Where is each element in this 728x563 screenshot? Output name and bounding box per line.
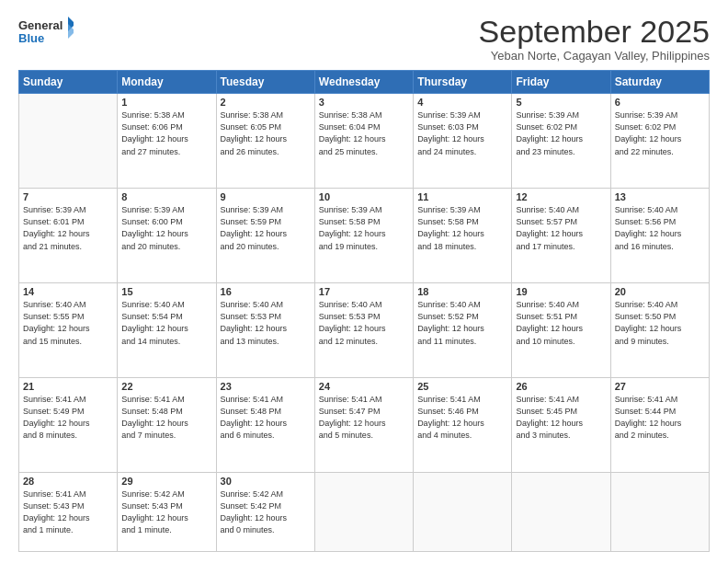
day-info: Sunrise: 5:39 AMSunset: 5:58 PMDaylight:… xyxy=(319,205,386,250)
table-row: 6Sunrise: 5:39 AMSunset: 6:02 PMDaylight… xyxy=(610,94,709,189)
month-title: September 2025 xyxy=(479,15,710,49)
day-info: Sunrise: 5:41 AMSunset: 5:45 PMDaylight:… xyxy=(516,395,583,440)
table-row: 1Sunrise: 5:38 AMSunset: 6:06 PMDaylight… xyxy=(118,94,216,189)
header-saturday: Saturday xyxy=(610,71,709,94)
day-info: Sunrise: 5:41 AMSunset: 5:46 PMDaylight:… xyxy=(417,395,484,440)
table-row: 30Sunrise: 5:42 AMSunset: 5:42 PMDayligh… xyxy=(216,473,314,552)
day-number: 23 xyxy=(221,381,311,392)
day-info: Sunrise: 5:39 AMSunset: 6:03 PMDaylight:… xyxy=(417,110,484,155)
table-row xyxy=(610,473,709,552)
header-friday: Friday xyxy=(512,71,610,94)
table-row: 17Sunrise: 5:40 AMSunset: 5:53 PMDayligh… xyxy=(314,283,413,378)
title-block: September 2025 Yeban Norte, Cagayan Vall… xyxy=(479,15,710,63)
table-row: 12Sunrise: 5:40 AMSunset: 5:57 PMDayligh… xyxy=(512,189,610,283)
weekday-header-row: Sunday Monday Tuesday Wednesday Thursday… xyxy=(19,71,710,94)
day-info: Sunrise: 5:42 AMSunset: 5:42 PMDaylight:… xyxy=(221,489,288,534)
day-number: 17 xyxy=(319,286,409,297)
table-row: 7Sunrise: 5:39 AMSunset: 6:01 PMDaylight… xyxy=(19,189,118,283)
day-info: Sunrise: 5:39 AMSunset: 6:01 PMDaylight:… xyxy=(23,205,90,250)
day-number: 5 xyxy=(516,97,606,108)
day-info: Sunrise: 5:41 AMSunset: 5:48 PMDaylight:… xyxy=(121,395,188,440)
table-row: 26Sunrise: 5:41 AMSunset: 5:45 PMDayligh… xyxy=(512,378,610,473)
day-number: 26 xyxy=(516,381,606,392)
table-row: 15Sunrise: 5:40 AMSunset: 5:54 PMDayligh… xyxy=(118,283,216,378)
day-number: 10 xyxy=(319,191,409,202)
table-row: 28Sunrise: 5:41 AMSunset: 5:43 PMDayligh… xyxy=(19,473,118,552)
header-sunday: Sunday xyxy=(19,71,118,94)
table-row: 24Sunrise: 5:41 AMSunset: 5:47 PMDayligh… xyxy=(314,378,413,473)
table-row: 20Sunrise: 5:40 AMSunset: 5:50 PMDayligh… xyxy=(610,283,709,378)
table-row: 3Sunrise: 5:38 AMSunset: 6:04 PMDaylight… xyxy=(314,94,413,189)
day-number: 6 xyxy=(615,97,705,108)
day-number: 11 xyxy=(417,191,507,202)
day-number: 1 xyxy=(121,97,211,108)
day-number: 25 xyxy=(417,381,507,392)
day-number: 15 xyxy=(121,286,211,297)
day-number: 24 xyxy=(319,381,409,392)
table-row: 5Sunrise: 5:39 AMSunset: 6:02 PMDaylight… xyxy=(512,94,610,189)
day-number: 13 xyxy=(615,191,705,202)
table-row: 21Sunrise: 5:41 AMSunset: 5:49 PMDayligh… xyxy=(19,378,118,473)
day-number: 30 xyxy=(221,476,311,487)
table-row xyxy=(414,473,512,552)
subtitle: Yeban Norte, Cagayan Valley, Philippines xyxy=(479,49,710,63)
day-info: Sunrise: 5:39 AMSunset: 5:58 PMDaylight:… xyxy=(417,205,484,250)
day-number: 12 xyxy=(516,191,606,202)
table-row: 2Sunrise: 5:38 AMSunset: 6:05 PMDaylight… xyxy=(216,94,314,189)
day-number: 21 xyxy=(23,381,113,392)
day-number: 27 xyxy=(615,381,705,392)
day-info: Sunrise: 5:40 AMSunset: 5:50 PMDaylight:… xyxy=(615,300,682,345)
day-number: 19 xyxy=(516,286,606,297)
table-row: 4Sunrise: 5:39 AMSunset: 6:03 PMDaylight… xyxy=(414,94,512,189)
table-row: 25Sunrise: 5:41 AMSunset: 5:46 PMDayligh… xyxy=(414,378,512,473)
day-info: Sunrise: 5:41 AMSunset: 5:47 PMDaylight:… xyxy=(319,395,386,440)
day-info: Sunrise: 5:39 AMSunset: 6:00 PMDaylight:… xyxy=(121,205,188,250)
day-number: 29 xyxy=(121,476,211,487)
day-info: Sunrise: 5:41 AMSunset: 5:44 PMDaylight:… xyxy=(615,395,682,440)
table-row xyxy=(19,94,118,189)
day-info: Sunrise: 5:40 AMSunset: 5:53 PMDaylight:… xyxy=(319,300,386,345)
day-number: 14 xyxy=(23,286,113,297)
table-row xyxy=(314,473,413,552)
day-info: Sunrise: 5:38 AMSunset: 6:06 PMDaylight:… xyxy=(121,110,188,155)
day-number: 4 xyxy=(417,97,507,108)
day-info: Sunrise: 5:40 AMSunset: 5:55 PMDaylight:… xyxy=(23,300,90,345)
day-number: 2 xyxy=(221,97,311,108)
day-info: Sunrise: 5:40 AMSunset: 5:53 PMDaylight:… xyxy=(221,300,288,345)
table-row: 11Sunrise: 5:39 AMSunset: 5:58 PMDayligh… xyxy=(414,189,512,283)
day-info: Sunrise: 5:41 AMSunset: 5:48 PMDaylight:… xyxy=(221,395,288,440)
table-row: 8Sunrise: 5:39 AMSunset: 6:00 PMDaylight… xyxy=(118,189,216,283)
day-info: Sunrise: 5:41 AMSunset: 5:43 PMDaylight:… xyxy=(23,489,90,534)
table-row: 13Sunrise: 5:40 AMSunset: 5:56 PMDayligh… xyxy=(610,189,709,283)
svg-text:General: General xyxy=(18,18,63,32)
header: General Blue September 2025 Yeban Norte,… xyxy=(18,15,710,63)
header-wednesday: Wednesday xyxy=(314,71,413,94)
day-info: Sunrise: 5:39 AMSunset: 6:02 PMDaylight:… xyxy=(615,110,682,155)
day-info: Sunrise: 5:39 AMSunset: 5:59 PMDaylight:… xyxy=(221,205,288,250)
svg-text:Blue: Blue xyxy=(18,31,44,45)
table-row: 9Sunrise: 5:39 AMSunset: 5:59 PMDaylight… xyxy=(216,189,314,283)
day-number: 20 xyxy=(615,286,705,297)
logo: General Blue xyxy=(18,15,74,50)
day-info: Sunrise: 5:42 AMSunset: 5:43 PMDaylight:… xyxy=(121,489,188,534)
day-info: Sunrise: 5:38 AMSunset: 6:04 PMDaylight:… xyxy=(319,110,386,155)
day-number: 9 xyxy=(221,191,311,202)
day-info: Sunrise: 5:40 AMSunset: 5:57 PMDaylight:… xyxy=(516,205,583,250)
table-row: 16Sunrise: 5:40 AMSunset: 5:53 PMDayligh… xyxy=(216,283,314,378)
header-thursday: Thursday xyxy=(414,71,512,94)
table-row: 18Sunrise: 5:40 AMSunset: 5:52 PMDayligh… xyxy=(414,283,512,378)
table-row: 19Sunrise: 5:40 AMSunset: 5:51 PMDayligh… xyxy=(512,283,610,378)
day-info: Sunrise: 5:40 AMSunset: 5:51 PMDaylight:… xyxy=(516,300,583,345)
day-info: Sunrise: 5:40 AMSunset: 5:56 PMDaylight:… xyxy=(615,205,682,250)
day-info: Sunrise: 5:38 AMSunset: 6:05 PMDaylight:… xyxy=(221,110,288,155)
table-row: 10Sunrise: 5:39 AMSunset: 5:58 PMDayligh… xyxy=(314,189,413,283)
day-info: Sunrise: 5:40 AMSunset: 5:52 PMDaylight:… xyxy=(417,300,484,345)
day-number: 28 xyxy=(23,476,113,487)
table-row: 29Sunrise: 5:42 AMSunset: 5:43 PMDayligh… xyxy=(118,473,216,552)
table-row: 27Sunrise: 5:41 AMSunset: 5:44 PMDayligh… xyxy=(610,378,709,473)
table-row: 22Sunrise: 5:41 AMSunset: 5:48 PMDayligh… xyxy=(118,378,216,473)
day-number: 22 xyxy=(121,381,211,392)
calendar-table: Sunday Monday Tuesday Wednesday Thursday… xyxy=(18,70,710,552)
page: General Blue September 2025 Yeban Norte,… xyxy=(0,0,728,563)
day-number: 3 xyxy=(319,97,409,108)
